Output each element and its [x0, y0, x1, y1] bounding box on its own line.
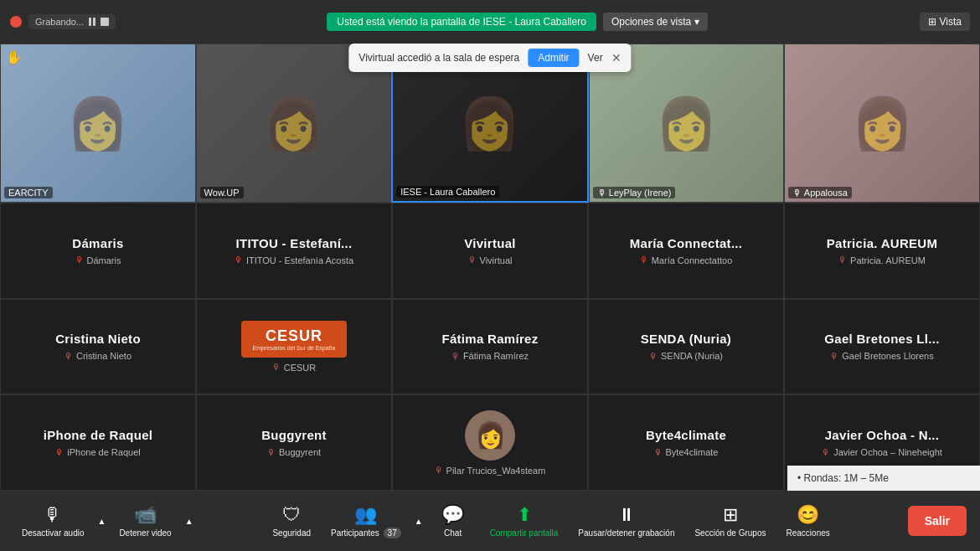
- participant-sub-maria: 🎙 María Connectattoo: [640, 255, 733, 265]
- recording-label: Grabando...: [35, 17, 84, 27]
- chat-button[interactable]: 💬 Chat: [428, 499, 478, 543]
- toolbar-right-group: Salir: [908, 506, 967, 536]
- mic-icon-patricia: 🎙: [838, 255, 847, 265]
- participant-cell-vivirtual: Vivirtual 🎙 Vivirtual: [392, 203, 588, 299]
- participant-cell-fatima: Fátima Ramírez 🎙 Fátima Ramírez: [392, 299, 588, 395]
- share-icon: ⬆: [517, 504, 532, 526]
- reactions-button[interactable]: 😊 Reacciones: [778, 499, 838, 543]
- participant-name-vivirtual: Vivirtual: [464, 236, 516, 250]
- video-caret[interactable]: ▲: [183, 517, 195, 526]
- stop-icon[interactable]: [101, 18, 109, 26]
- participant-name-damaris: Dámaris: [72, 236, 123, 250]
- participants-label: Participantes 37: [331, 528, 401, 538]
- top-bar-right: ⊞ Vista: [920, 13, 970, 31]
- person-silhouette-4: 👩: [655, 94, 718, 153]
- shared-content-panel: • Rondas: 1M – 5Me: [787, 466, 980, 491]
- shared-content-line: • Rondas: 1M – 5Me: [797, 472, 970, 484]
- participant-cell-senda: SENDA (Nuria) 🎙 SENDA (Nuria): [588, 299, 784, 395]
- participant-sub-cristina: 🎙 Cristina Nieto: [64, 351, 132, 361]
- recording-badge: Grabando...: [28, 14, 116, 29]
- participant-name-fatima: Fátima Ramírez: [441, 332, 538, 346]
- shield-icon: 🛡: [282, 504, 301, 526]
- toolbar-center-group: 🛡 Seguridad 👥 Participantes 37 ▲ 💬 Chat …: [264, 499, 838, 543]
- participant-name-cristina: Cristina Nieto: [55, 332, 141, 346]
- participant-sub-cesur: 🎙 CESUR: [272, 363, 317, 373]
- person-silhouette-3: 👩: [458, 94, 521, 153]
- admit-button[interactable]: Admitir: [528, 49, 579, 67]
- mic-icon-maria: 🎙: [640, 255, 648, 265]
- participant-cell-buggy: Buggyrent 🎙 Buggyrent: [196, 394, 392, 491]
- person-silhouette-2: 👩: [262, 94, 325, 153]
- participant-name-javier: Javier Ochoa - N...: [825, 428, 940, 442]
- participant-cell-damaris: Dámaris 🎙 Dámaris: [0, 203, 196, 299]
- record-icon: ⏸: [617, 504, 636, 526]
- pause-icon[interactable]: [89, 18, 95, 26]
- reactions-icon: 😊: [797, 504, 819, 526]
- participant-name-patricia: Patricia. AUREUM: [827, 236, 938, 250]
- mic-icon-damaris: 🎙: [75, 255, 84, 265]
- participant-cell-maria: María Connectat... 🎙 María Connectattoo: [588, 203, 784, 299]
- mic-icon-cesur: 🎙: [272, 363, 281, 372]
- mic-icon-javier: 🎙: [822, 448, 830, 457]
- close-notification-icon[interactable]: ✕: [611, 51, 622, 64]
- mute-label: Desactivar audio: [22, 528, 84, 538]
- participant-name-iphone: iPhone de Raquel: [44, 428, 153, 442]
- breakout-icon: ⊞: [723, 504, 738, 526]
- notification-message: Vivirtual accedió a la sala de espera: [358, 52, 519, 64]
- video-label-leyplay: 🎙 LeyPlay (Irene): [593, 187, 676, 198]
- security-button[interactable]: 🛡 Seguridad: [264, 499, 319, 543]
- video-button[interactable]: 📹 Detener video: [111, 499, 179, 543]
- video-cell-earcity: 👩 ✋ EARCITY: [0, 44, 196, 203]
- participant-cell-ititou: ITITOU - Estefaní... 🎙 ITITOU - Estefaní…: [196, 203, 392, 299]
- participant-count: 37: [384, 528, 401, 538]
- participant-cell-gael: Gael Bretones Ll... 🎙 Gael Bretones Llor…: [784, 299, 980, 395]
- breakout-label: Sección de Grupos: [694, 528, 766, 538]
- hand-raise-icon: ✋: [6, 49, 23, 65]
- participant-cell-byte: Byte4climate 🎙 Byte4climate: [588, 394, 784, 491]
- mic-icon-gael: 🎙: [830, 352, 838, 361]
- screen-share-banner: Usted está viendo la pantalla de IESE - …: [327, 13, 596, 31]
- participant-cell-pilar: 👩 🎙 Pilar Trucios_Wa4steam: [392, 394, 588, 491]
- breakout-button[interactable]: ⊞ Sección de Grupos: [686, 499, 774, 543]
- participant-name-maria: María Connectat...: [630, 236, 743, 250]
- video-bg-appalousa: 👩: [785, 44, 979, 202]
- participant-sub-gael: 🎙 Gael Bretones Llorens: [830, 351, 933, 361]
- video-icon: 📹: [134, 504, 157, 526]
- chat-icon: 💬: [441, 504, 464, 526]
- share-label: Compartir pantalla: [490, 528, 559, 538]
- share-screen-button[interactable]: ⬆ Compartir pantalla: [482, 499, 567, 543]
- top-bar-left: Grabando...: [10, 14, 116, 29]
- participants-button[interactable]: 👥 Participantes 37: [322, 499, 410, 543]
- participant-name-buggy: Buggyrent: [261, 428, 327, 442]
- person-silhouette-5: 👩: [851, 94, 914, 153]
- top-bar: Grabando... Usted está viendo la pantall…: [0, 0, 980, 44]
- participants-icon: 👥: [354, 504, 377, 526]
- chat-label: Chat: [444, 528, 462, 538]
- security-label: Seguridad: [272, 528, 311, 538]
- mute-caret[interactable]: ▲: [95, 517, 107, 526]
- reactions-label: Reacciones: [787, 528, 830, 538]
- mic-icon-cristina: 🎙: [64, 352, 73, 361]
- video-label-earcity: EARCITY: [4, 187, 53, 198]
- participant-sub-vivirtual: 🎙 Vivirtual: [468, 255, 513, 265]
- video-cell-appalousa: 👩 🎙 Appalousa: [784, 44, 980, 203]
- record-button[interactable]: ⏸ Pausar/detener grabación: [570, 499, 683, 543]
- view-options-button[interactable]: Opciones de vista ▾: [603, 13, 708, 31]
- mic-icon-byte: 🎙: [654, 448, 663, 457]
- participant-sub-patricia: 🎙 Patricia. AUREUM: [838, 255, 926, 265]
- mic-icon-iphone: 🎙: [55, 448, 64, 457]
- participant-name-ititou: ITITOU - Estefaní...: [235, 236, 352, 250]
- participant-cell-cesur: CESUR Empresarios del Sur de España 🎙 CE…: [196, 299, 392, 395]
- participants-caret[interactable]: ▲: [413, 517, 425, 526]
- participant-name-byte: Byte4climate: [646, 428, 726, 442]
- exit-button[interactable]: Salir: [908, 506, 967, 536]
- participant-name-senda: SENDA (Nuria): [641, 332, 731, 346]
- mute-button[interactable]: 🎙 Desactivar audio: [13, 499, 92, 543]
- video-label-iese: IESE - Laura Caballero: [396, 186, 499, 198]
- notification-bar: Vivirtual accedió a la sala de espera Ad…: [348, 44, 631, 72]
- ver-button[interactable]: Ver: [588, 52, 603, 64]
- participant-sub-buggy: 🎙 Buggyrent: [267, 447, 321, 457]
- participant-cell-cristina: Cristina Nieto 🎙 Cristina Nieto: [0, 299, 196, 395]
- vista-button[interactable]: ⊞ Vista: [920, 13, 970, 31]
- cesur-logo: CESUR Empresarios del Sur de España: [241, 321, 348, 358]
